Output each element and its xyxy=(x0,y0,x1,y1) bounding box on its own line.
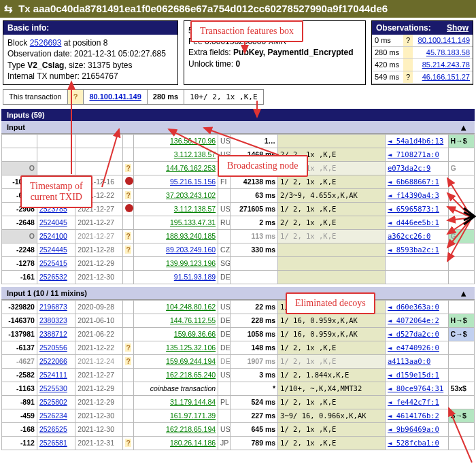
show-link[interactable]: Show xyxy=(447,22,469,33)
block-link[interactable]: 2524045 xyxy=(39,218,67,226)
hash-link[interactable]: ◄ 9b96469a:0 xyxy=(388,425,439,433)
block-link[interactable]: 2524111 xyxy=(39,371,67,379)
hash-link[interactable]: ◄ 65965873:1 xyxy=(388,205,439,213)
block-link[interactable]: 2524100 xyxy=(39,232,67,240)
obs-q: ? xyxy=(403,71,413,83)
row-ip[interactable]: 3.112.138.57 xyxy=(174,205,216,213)
offset: -2248 xyxy=(2,243,37,256)
table-row[interactable]: -168 2526525 2021-12-30 162.218.65.194 U… xyxy=(2,422,475,436)
block-link[interactable]: 2526581 xyxy=(39,439,67,447)
hash-link[interactable]: ◄ 6b688667:1 xyxy=(388,178,439,186)
table-row[interactable]: -1163 2525530 2021-12-29 coinbase transa… xyxy=(2,382,475,395)
row-ip[interactable]: 136.56.170.96 xyxy=(170,137,216,145)
collapse-icon[interactable]: ▲ xyxy=(459,122,468,133)
hash-link[interactable]: ◄ 4072064e:2 xyxy=(388,316,439,324)
obs-ip[interactable]: 85.214.243.78 xyxy=(422,61,470,69)
hash-link[interactable]: ◄ d446ee5b:1 xyxy=(388,218,439,226)
obs-ip[interactable]: 46.166.151.27 xyxy=(422,73,470,81)
end-tag: C→$ xyxy=(448,327,474,341)
table-row[interactable]: -146370 2380323 2021-06-10 144.76.112.55… xyxy=(2,314,475,327)
row-ip[interactable]: 95.216.15.156 xyxy=(170,178,216,186)
table-row[interactable]: -161 2526532 2021-12-30 91.51.93.189 DE xyxy=(2,270,475,284)
row-ip[interactable]: 180.26.14.186 xyxy=(170,439,216,447)
hash-link[interactable]: ◄ 8593ba2c:1 xyxy=(388,246,439,254)
row-ip[interactable]: 139.99.123.196 xyxy=(166,259,216,267)
row-ip[interactable]: 91.51.93.189 xyxy=(174,273,216,281)
block-link[interactable]: 2526525 xyxy=(39,425,67,433)
table-row[interactable]: -112 2526581 2021-12-31 ? 180.26.14.186 … xyxy=(2,436,475,450)
table-row[interactable]: -6137 2520556 2021-12-22 ? 135.125.32.10… xyxy=(2,341,475,354)
row-ip[interactable]: 188.93.240.185 xyxy=(166,232,216,240)
row-ip[interactable]: 104.248.80.162 xyxy=(166,303,216,311)
hash-link[interactable]: ◄ 4614176b:2 xyxy=(388,411,439,420)
row-ip[interactable]: 159.69.244.194 xyxy=(166,357,216,365)
table-row[interactable]: -2582 2524111 2021-12-27 162.218.65.240 … xyxy=(2,368,475,382)
row-ip[interactable]: 162.218.65.240 xyxy=(166,371,216,379)
hash-link[interactable]: ◄ d159e15d:1 xyxy=(388,371,439,379)
row-ip[interactable]: 161.97.171.39 xyxy=(170,411,216,420)
obs-ip[interactable]: 45.78.183.58 xyxy=(426,48,470,56)
block-link[interactable]: 2522066 xyxy=(39,357,67,365)
block-link[interactable]: 2520556 xyxy=(39,343,67,352)
table-row[interactable]: -2648 2524045 2021-12-27 195.133.47.31 R… xyxy=(2,216,475,229)
question-icon: ? xyxy=(67,89,84,105)
hash-link[interactable]: ◄ f14390a4:3 xyxy=(388,191,439,199)
obs-ip[interactable]: 80.100.141.149 xyxy=(418,36,470,44)
latency: 227 ms xyxy=(231,409,278,422)
block-link[interactable]: 2526532 xyxy=(39,273,67,281)
offset: -459 xyxy=(2,409,37,422)
table-row[interactable]: 136.56.170.96 US 1… ◄ 54a1d4b6:13 H→$ xyxy=(2,134,475,148)
end-tag: 53x$ xyxy=(448,382,474,395)
row-ip[interactable]: 144.76.112.55 xyxy=(170,316,216,324)
row-ip[interactable]: 89.203.249.160 xyxy=(166,246,216,254)
table-row[interactable]: -4627 2522066 2021-12-24 ? 159.69.244.19… xyxy=(2,354,475,368)
table-row[interactable]: -891 2525802 2021-12-29 31.179.144.84 PL… xyxy=(2,395,475,409)
row-ip[interactable]: 162.218.65.194 xyxy=(166,425,216,433)
table-row[interactable]: -137981 2388712 2021-06-22 159.69.36.66 … xyxy=(2,327,475,341)
hash-link[interactable]: ◄ fe442c7f:1 xyxy=(388,398,439,406)
row-ip[interactable]: 135.125.32.106 xyxy=(166,343,216,352)
table-row[interactable]: -329820 2196873 2020-09-28 104.248.80.16… xyxy=(2,300,475,314)
country: US xyxy=(218,300,231,314)
block-link[interactable]: 2526693 xyxy=(30,38,62,48)
hash-link[interactable]: ◄ d60e363a:0 xyxy=(388,303,439,311)
hash-link[interactable]: a362cc26:0 xyxy=(388,232,430,240)
row-ip[interactable]: 31.179.144.84 xyxy=(170,398,216,406)
block-link[interactable]: 2525415 xyxy=(39,259,67,267)
block-link[interactable]: 2525802 xyxy=(39,398,67,406)
offset: -6137 xyxy=(2,341,37,354)
hash-link[interactable]: e073da2c:9 xyxy=(388,164,430,172)
inputs-header[interactable]: Inputs (59) xyxy=(1,109,475,121)
hash-link[interactable]: ◄ d527da2c:0 xyxy=(388,330,439,338)
block-link[interactable]: 2380323 xyxy=(39,316,67,324)
hash-link[interactable]: ◄ 80ce9764:31 xyxy=(388,384,443,392)
this-tx-ip[interactable]: 80.100.141.149 xyxy=(89,92,141,101)
input1-header[interactable]: Input 1 (10 / 11 mixins)▲ xyxy=(1,287,475,300)
collapse-icon[interactable]: ▲ xyxy=(459,288,468,299)
obs-q xyxy=(403,47,413,59)
table-row[interactable]: -1278 2525415 2021-12-29 139.99.123.196 … xyxy=(2,256,475,270)
block-link[interactable]: 2525530 xyxy=(39,384,67,392)
latency: 42138 ms xyxy=(231,175,278,188)
input0-header[interactable]: Input▲ xyxy=(1,121,475,134)
row-flag: ? xyxy=(123,243,134,256)
row-ip[interactable]: 144.76.162.253 xyxy=(166,164,216,172)
hash-link[interactable]: ◄ 54a1d4b6:13 xyxy=(388,137,443,145)
table-row[interactable]: -459 2526234 2021-12-30 161.97.171.39 22… xyxy=(2,409,475,422)
hash-link[interactable]: ◄ e4740926:0 xyxy=(388,343,439,352)
block-link[interactable]: 2526234 xyxy=(39,411,67,420)
row-ip[interactable]: 37.203.243.102 xyxy=(166,191,216,199)
block-link[interactable]: 2388712 xyxy=(39,330,67,338)
hash-link[interactable]: a4113aa0:0 xyxy=(388,357,430,365)
extra-fields: PubKey, PaymentId_Encrypted xyxy=(233,48,354,57)
table-row[interactable]: O 2524100 2021-12-27 ? 188.93.240.185 11… xyxy=(2,229,475,243)
hash-link[interactable]: ◄ 7108271a:0 xyxy=(388,150,439,158)
row-ip[interactable]: 195.133.47.31 xyxy=(170,218,216,226)
row-ip[interactable]: 3.112.138.57 xyxy=(174,150,216,158)
hash-link[interactable]: ◄ 528fcba1:0 xyxy=(388,439,439,447)
block-link[interactable]: 2196873 xyxy=(39,303,67,311)
table-row[interactable]: -2248 2524445 2021-12-28 ? 89.203.249.16… xyxy=(2,243,475,256)
block-link[interactable]: 2524445 xyxy=(39,246,67,254)
features: 2/3~9, 4.655x,K,AK xyxy=(278,188,386,202)
row-ip[interactable]: 159.69.36.66 xyxy=(174,330,216,338)
